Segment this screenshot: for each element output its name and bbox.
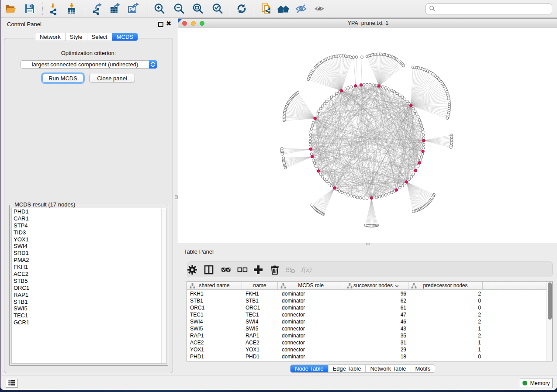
table-row[interactable]: ORC1ORC1dominator610 bbox=[187, 304, 552, 311]
mcds-result-item[interactable]: YOX1 bbox=[12, 236, 166, 243]
mcds-result-item[interactable]: SRD1 bbox=[12, 250, 166, 257]
save-session-icon[interactable] bbox=[23, 2, 36, 15]
table-panel: Table Panel ✖ f(x) shared namenameMCDS r… bbox=[178, 245, 557, 375]
table-row[interactable]: RAP1RAP1dominator352 bbox=[187, 332, 552, 339]
mcds-result-item[interactable]: SWI5 bbox=[12, 305, 166, 312]
unchecked-boxes-icon[interactable] bbox=[236, 264, 249, 276]
table-cell: 46 bbox=[346, 318, 410, 325]
mcds-result-title: MCDS result (17 nodes) bbox=[13, 201, 77, 208]
table-row[interactable]: ACE2ACE2connector311 bbox=[187, 339, 552, 346]
mcds-list-scrollbar[interactable] bbox=[161, 209, 166, 364]
tab-network[interactable]: Network bbox=[35, 33, 66, 41]
table-cell: connector bbox=[279, 346, 346, 353]
table-bottom-tabs: Node TableEdge TableNetwork TableMotifs bbox=[290, 364, 435, 373]
checked-boxes-icon[interactable] bbox=[220, 264, 232, 276]
open-file-icon[interactable] bbox=[4, 2, 17, 15]
column-header-name[interactable]: name bbox=[242, 282, 278, 289]
mcds-result-item[interactable]: FKH1 bbox=[12, 264, 166, 271]
export-network-icon[interactable] bbox=[90, 2, 103, 15]
column-header-predecessor-nodes[interactable]: predecessor nodes bbox=[408, 282, 483, 289]
network-view-titlebar[interactable]: YPA_prune.txt_1 bbox=[178, 19, 557, 28]
vertical-divider-handle[interactable] bbox=[175, 195, 178, 199]
tab-select[interactable]: Select bbox=[87, 33, 112, 41]
mcds-result-item[interactable]: GCR1 bbox=[12, 319, 166, 326]
table-cell: RAP1 bbox=[187, 332, 242, 339]
zoom-selected-icon[interactable] bbox=[211, 2, 224, 15]
search-input[interactable] bbox=[436, 6, 552, 12]
eye-slash-icon[interactable] bbox=[295, 2, 308, 15]
table-row[interactable]: PHD1PHD1dominator180 bbox=[187, 353, 552, 360]
mcds-result-item[interactable]: ACE2 bbox=[12, 271, 166, 278]
toolbar-separator bbox=[230, 3, 230, 15]
copy-network-icon[interactable] bbox=[260, 2, 273, 15]
table-row[interactable]: FKH1FKH1dominator962 bbox=[187, 290, 552, 297]
network-view-frame: YPA_prune.txt_1 bbox=[178, 18, 557, 243]
column-header-successor-nodes[interactable]: successor nodes bbox=[344, 282, 408, 289]
tab-node-table[interactable]: Node Table bbox=[291, 365, 329, 372]
criterion-dropdown[interactable]: largest connected component (undirected) bbox=[21, 60, 157, 69]
tab-edge-table[interactable]: Edge Table bbox=[329, 365, 366, 372]
table-cell: dominator bbox=[279, 332, 346, 339]
mcds-result-item[interactable]: STB1 bbox=[12, 299, 166, 306]
zoom-in-icon[interactable] bbox=[153, 2, 166, 15]
mcds-result-item[interactable]: SWI4 bbox=[12, 243, 166, 250]
mcds-result-item[interactable]: RAP1 bbox=[12, 292, 166, 299]
mcds-result-list[interactable]: PHD1CAR1STP4TID3YOX1SWI4SRD1PMA2FKH1ACE2… bbox=[11, 208, 167, 364]
table-cell: SWI4 bbox=[242, 318, 279, 325]
zoom-out-icon[interactable] bbox=[173, 2, 186, 15]
panel-menu-button[interactable] bbox=[6, 379, 18, 388]
import-network-icon[interactable] bbox=[46, 2, 59, 15]
table-row[interactable]: TEC1TEC1connector472 bbox=[187, 311, 552, 318]
gear-icon[interactable] bbox=[186, 264, 198, 276]
zoom-fit-icon[interactable] bbox=[191, 2, 204, 15]
column-label: shared name bbox=[199, 282, 229, 289]
close-panel-icon[interactable]: ✖ bbox=[166, 20, 172, 27]
export-table-icon[interactable] bbox=[108, 2, 121, 15]
column-namespace-icon bbox=[280, 283, 286, 290]
table-row[interactable]: SWI4SWI4dominator462 bbox=[187, 318, 552, 325]
refresh-icon[interactable] bbox=[235, 2, 248, 15]
run-mcds-button[interactable]: Run MCDS bbox=[42, 74, 83, 83]
delete-column-icon[interactable] bbox=[269, 264, 281, 276]
table-cell: SWI5 bbox=[187, 325, 242, 332]
houses-icon[interactable] bbox=[277, 2, 290, 15]
mcds-result-item[interactable]: STB5 bbox=[12, 278, 166, 285]
tab-style[interactable]: Style bbox=[66, 33, 87, 41]
mcds-result-item[interactable]: TID3 bbox=[12, 229, 166, 236]
export-image-icon[interactable] bbox=[127, 2, 140, 15]
table-row[interactable]: YOX1YOX1connector291 bbox=[187, 346, 552, 353]
import-table-icon[interactable] bbox=[65, 2, 78, 15]
mcds-result-item[interactable]: ORC1 bbox=[12, 285, 166, 292]
tab-mcds[interactable]: MCDS bbox=[112, 33, 138, 41]
eye-icon[interactable] bbox=[313, 2, 326, 15]
table-cell: 96 bbox=[346, 290, 410, 297]
mcds-result-item[interactable]: STP4 bbox=[12, 222, 166, 229]
tab-network-table[interactable]: Network Table bbox=[366, 365, 411, 372]
minimize-window-icon[interactable] bbox=[191, 21, 196, 26]
table-scrollbar[interactable] bbox=[547, 282, 552, 361]
criterion-value: largest connected component (undirected) bbox=[21, 61, 149, 68]
memory-button[interactable]: Memory bbox=[520, 378, 553, 388]
table-row[interactable]: SWI5SWI5connector431 bbox=[187, 325, 552, 332]
add-column-icon[interactable] bbox=[252, 264, 264, 276]
table-cell: dominator bbox=[279, 290, 346, 297]
close-panel-button[interactable]: Close panel bbox=[89, 74, 135, 83]
column-header-shared-name[interactable]: shared name bbox=[187, 282, 242, 289]
mcds-result-item[interactable]: CAR1 bbox=[12, 215, 166, 222]
status-bar: Memory bbox=[1, 375, 557, 390]
network-canvas[interactable] bbox=[178, 28, 557, 243]
table-cell: 1 bbox=[410, 325, 485, 332]
maximize-window-icon[interactable] bbox=[200, 21, 204, 26]
column-header-MCDS-role[interactable]: MCDS role bbox=[278, 282, 344, 289]
mcds-result-item[interactable]: TEC1 bbox=[12, 312, 166, 319]
mcds-result-item[interactable]: PMA2 bbox=[12, 257, 166, 264]
float-panel-icon[interactable] bbox=[158, 22, 163, 27]
close-window-icon[interactable] bbox=[182, 21, 187, 26]
table-cell: 29 bbox=[346, 346, 410, 353]
list-menu-icon bbox=[8, 380, 15, 387]
mcds-result-item[interactable]: PHD1 bbox=[12, 208, 166, 215]
table-rows: FKH1FKH1dominator962STB1STB1dominator620… bbox=[187, 290, 552, 360]
table-row[interactable]: STB1STB1dominator620 bbox=[187, 297, 552, 304]
split-columns-icon[interactable] bbox=[203, 264, 215, 276]
tab-motifs[interactable]: Motifs bbox=[411, 365, 435, 372]
